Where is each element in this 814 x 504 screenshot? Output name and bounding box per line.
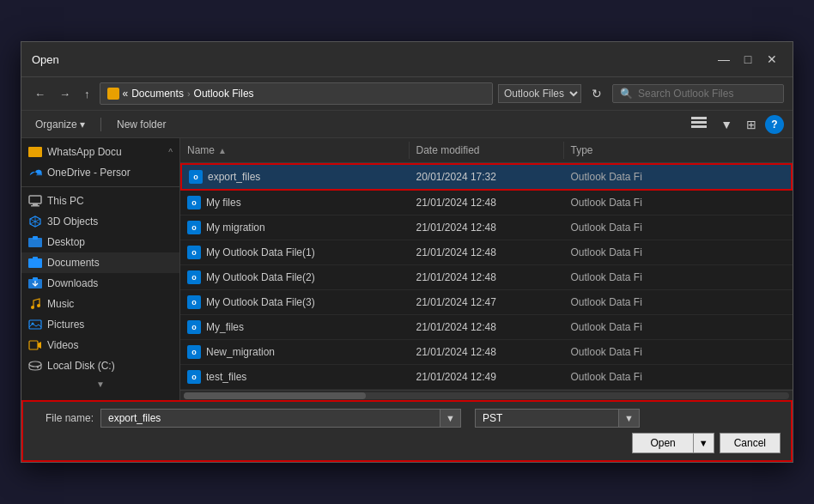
file-name-2: My files [206,197,241,209]
refresh-button[interactable]: ↻ [586,84,607,103]
organize-button[interactable]: Organize ▾ [30,116,90,133]
header-type-label: Type [571,144,593,156]
file-cell-name-3: o My migration [180,218,410,237]
file-name-input[interactable] [100,409,440,428]
file-list-container: Name ▲ Date modified Type o export_files [180,138,793,400]
file-row-4[interactable]: o My Outlook Data File(1) 21/01/2024 12:… [180,240,793,265]
help-button[interactable]: ? [765,115,784,134]
cancel-button[interactable]: Cancel [720,433,781,453]
file-cell-date-7: 21/01/2024 12:48 [410,318,564,337]
file-name-4: My Outlook Data File(1) [206,246,315,258]
file-type-3: Outlook Data Fi [571,222,642,234]
file-row-9[interactable]: o test_files 21/01/2024 12:49 Outlook Da… [180,365,793,390]
sidebar-item-music-label: Music [47,298,74,310]
file-cell-date-3: 21/01/2024 12:48 [410,218,564,237]
file-type-8: Outlook Data Fi [571,346,642,358]
file-type-dropdown-button[interactable]: ▼ [619,409,640,428]
bottom-bar: File name: ▼ ▼ Open ▼ Cancel [21,400,793,462]
file-cell-type-9: Outlook Data Fi [564,367,793,386]
sidebar-item-documents[interactable]: Documents [21,252,179,273]
sidebar-item-3dobjects[interactable]: 3D Objects [21,211,179,232]
file-row-6[interactable]: o My Outlook Data File(3) 21/01/2024 12:… [180,290,793,315]
header-type[interactable]: Type [564,142,793,159]
file-cell-name-6: o My Outlook Data File(3) [180,293,410,312]
up-button[interactable]: ↑ [80,85,94,103]
header-date[interactable]: Date modified [410,142,564,159]
file-name-dropdown-button[interactable]: ▼ [440,409,461,428]
file-row-7[interactable]: o My_files 21/01/2024 12:48 Outlook Data… [180,315,793,340]
outlook-icon-3: o [187,221,201,234]
file-type-6: Outlook Data Fi [571,296,642,308]
sidebar-item-onedrive[interactable]: OneDrive - Persor [21,162,179,183]
header-name[interactable]: Name ▲ [180,142,410,159]
view-large-button[interactable]: ⊞ [741,115,762,134]
breadcrumb-bar[interactable]: « Documents › Outlook Files [100,82,494,105]
svg-rect-19 [29,341,38,349]
sidebar-item-pictures[interactable]: Pictures [21,314,179,335]
file-name-1: export_files [208,171,260,183]
sidebar-item-downloads[interactable]: Downloads [21,273,179,294]
sidebar-item-whatsapp-label: WhatsApp Docu [47,146,122,158]
file-cell-type-3: Outlook Data Fi [564,218,793,237]
sidebar-item-pictures-label: Pictures [47,319,84,331]
svg-rect-4 [33,203,38,205]
file-row-3[interactable]: o My migration 21/01/2024 12:48 Outlook … [180,216,793,240]
file-cell-date-2: 21/01/2024 12:48 [410,193,564,212]
breadcrumb-documents[interactable]: Documents [131,88,184,100]
sidebar-item-localdisk[interactable]: Local Disk (C:) [21,355,179,376]
file-row-5[interactable]: o My Outlook Data File(2) 21/01/2024 12:… [180,265,793,290]
file-type-input[interactable] [475,409,619,428]
open-dropdown-button[interactable]: ▼ [694,433,714,453]
sidebar-item-videos[interactable]: Videos [21,335,179,355]
file-row-8[interactable]: o New_migration 21/01/2024 12:48 Outlook… [180,340,793,365]
file-row-1[interactable]: o export_files 20/01/2024 17:32 Outlook … [180,163,793,191]
file-cell-date-5: 21/01/2024 12:48 [410,268,564,287]
file-row-2[interactable]: o My files 21/01/2024 12:48 Outlook Data… [180,191,793,216]
window-controls: — □ ✕ [714,49,782,70]
view-dropdown-button[interactable]: ▼ [715,115,738,134]
minimize-button[interactable]: — [714,49,734,70]
file-name-3: My migration [206,222,265,234]
sidebar-item-desktop[interactable]: Desktop [21,232,179,252]
horizontal-scrollbar[interactable] [180,390,793,400]
open-button[interactable]: Open [632,433,693,453]
documents-folder-icon [28,256,42,270]
svg-point-15 [31,306,34,309]
sidebar-item-3dobjects-label: 3D Objects [47,216,98,228]
svg-rect-12 [33,257,38,260]
close-button[interactable]: ✕ [762,49,782,70]
file-type-9: Outlook Data Fi [571,371,642,383]
file-name-label: File name: [33,412,94,424]
forward-button[interactable]: → [55,85,75,103]
back-button[interactable]: ← [30,85,50,103]
file-name-6: My Outlook Data File(3) [206,296,315,308]
location-dropdown[interactable]: Outlook Files [498,84,581,103]
view-list-button[interactable] [686,114,712,134]
svg-rect-1 [691,121,707,124]
breadcrumb-outlook-files[interactable]: Outlook Files [194,88,254,100]
sidebar-item-whatsapp[interactable]: WhatsApp Docu ^ [21,142,179,162]
maximize-button[interactable]: □ [738,49,758,70]
file-cell-type-4: Outlook Data Fi [564,243,793,262]
svg-point-21 [37,367,39,368]
file-date-3: 21/01/2024 12:48 [416,222,496,234]
file-cell-name-1: o export_files [182,167,410,186]
sidebar-item-videos-label: Videos [47,339,78,351]
search-box[interactable]: 🔍 [612,84,784,103]
file-type-5: Outlook Data Fi [571,271,642,283]
file-date-9: 21/01/2024 12:49 [416,371,496,383]
sidebar-scroll-down[interactable]: ▼ [21,376,179,392]
file-name-7: My_files [206,321,244,333]
svg-rect-3 [29,196,41,203]
file-name-8: New_migration [206,346,275,358]
new-folder-button[interactable]: New folder [112,116,171,133]
outlook-icon-5: o [187,270,201,284]
search-input[interactable] [638,88,776,100]
pictures-icon [28,318,42,331]
file-cell-name-5: o My Outlook Data File(2) [180,268,410,287]
file-date-8: 21/01/2024 12:48 [416,346,496,358]
sidebar-item-thispc[interactable]: This PC [21,191,179,211]
sidebar-item-music[interactable]: Music [21,294,179,314]
file-type-wrap: ▼ [475,409,640,428]
sidebar-item-downloads-label: Downloads [47,277,98,289]
